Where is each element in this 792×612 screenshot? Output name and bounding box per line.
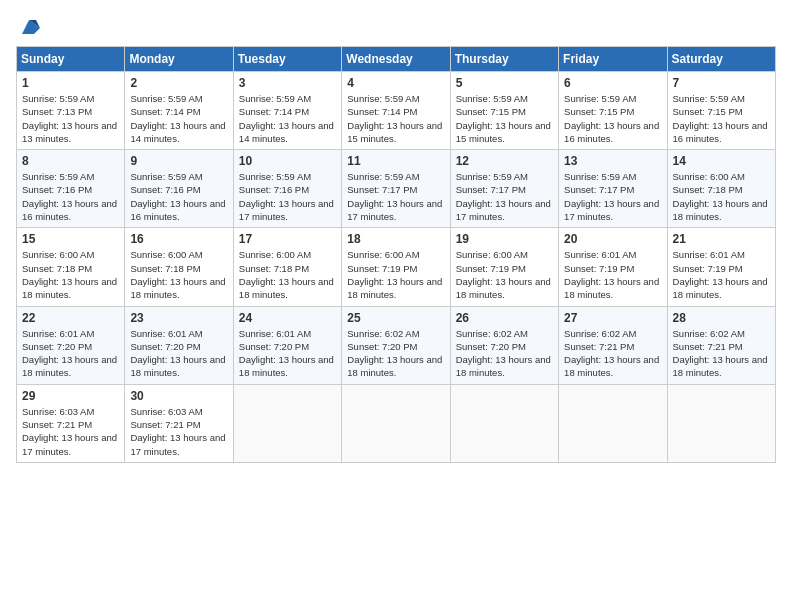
calendar-cell: 27 Sunrise: 6:02 AM Sunset: 7:21 PM Dayl… bbox=[559, 306, 667, 384]
calendar-cell: 19 Sunrise: 6:00 AM Sunset: 7:19 PM Dayl… bbox=[450, 228, 558, 306]
day-info: Sunrise: 5:59 AM Sunset: 7:14 PM Dayligh… bbox=[239, 92, 336, 145]
day-number: 16 bbox=[130, 232, 227, 246]
day-info: Sunrise: 6:01 AM Sunset: 7:20 PM Dayligh… bbox=[22, 327, 119, 380]
calendar-cell: 3 Sunrise: 5:59 AM Sunset: 7:14 PM Dayli… bbox=[233, 72, 341, 150]
day-info: Sunrise: 5:59 AM Sunset: 7:15 PM Dayligh… bbox=[673, 92, 770, 145]
day-number: 27 bbox=[564, 311, 661, 325]
day-info: Sunrise: 6:02 AM Sunset: 7:20 PM Dayligh… bbox=[347, 327, 444, 380]
day-number: 19 bbox=[456, 232, 553, 246]
calendar-cell: 13 Sunrise: 5:59 AM Sunset: 7:17 PM Dayl… bbox=[559, 150, 667, 228]
day-info: Sunrise: 6:03 AM Sunset: 7:21 PM Dayligh… bbox=[22, 405, 119, 458]
day-number: 26 bbox=[456, 311, 553, 325]
day-number: 15 bbox=[22, 232, 119, 246]
day-info: Sunrise: 6:01 AM Sunset: 7:20 PM Dayligh… bbox=[130, 327, 227, 380]
weekday-header-wednesday: Wednesday bbox=[342, 47, 450, 72]
day-number: 28 bbox=[673, 311, 770, 325]
calendar-cell: 26 Sunrise: 6:02 AM Sunset: 7:20 PM Dayl… bbox=[450, 306, 558, 384]
calendar-cell: 20 Sunrise: 6:01 AM Sunset: 7:19 PM Dayl… bbox=[559, 228, 667, 306]
calendar-cell: 5 Sunrise: 5:59 AM Sunset: 7:15 PM Dayli… bbox=[450, 72, 558, 150]
calendar-cell: 22 Sunrise: 6:01 AM Sunset: 7:20 PM Dayl… bbox=[17, 306, 125, 384]
logo-icon bbox=[18, 16, 40, 38]
day-info: Sunrise: 5:59 AM Sunset: 7:16 PM Dayligh… bbox=[22, 170, 119, 223]
calendar-cell: 18 Sunrise: 6:00 AM Sunset: 7:19 PM Dayl… bbox=[342, 228, 450, 306]
day-info: Sunrise: 5:59 AM Sunset: 7:16 PM Dayligh… bbox=[130, 170, 227, 223]
weekday-header-friday: Friday bbox=[559, 47, 667, 72]
calendar-cell: 2 Sunrise: 5:59 AM Sunset: 7:14 PM Dayli… bbox=[125, 72, 233, 150]
calendar-cell: 4 Sunrise: 5:59 AM Sunset: 7:14 PM Dayli… bbox=[342, 72, 450, 150]
day-number: 1 bbox=[22, 76, 119, 90]
day-number: 23 bbox=[130, 311, 227, 325]
weekday-header-tuesday: Tuesday bbox=[233, 47, 341, 72]
calendar-cell bbox=[233, 384, 341, 462]
calendar-cell: 6 Sunrise: 5:59 AM Sunset: 7:15 PM Dayli… bbox=[559, 72, 667, 150]
calendar-cell: 23 Sunrise: 6:01 AM Sunset: 7:20 PM Dayl… bbox=[125, 306, 233, 384]
day-info: Sunrise: 6:02 AM Sunset: 7:20 PM Dayligh… bbox=[456, 327, 553, 380]
day-info: Sunrise: 6:02 AM Sunset: 7:21 PM Dayligh… bbox=[564, 327, 661, 380]
day-number: 22 bbox=[22, 311, 119, 325]
day-info: Sunrise: 5:59 AM Sunset: 7:15 PM Dayligh… bbox=[456, 92, 553, 145]
day-info: Sunrise: 5:59 AM Sunset: 7:16 PM Dayligh… bbox=[239, 170, 336, 223]
calendar-cell: 12 Sunrise: 5:59 AM Sunset: 7:17 PM Dayl… bbox=[450, 150, 558, 228]
day-info: Sunrise: 5:59 AM Sunset: 7:14 PM Dayligh… bbox=[347, 92, 444, 145]
day-number: 24 bbox=[239, 311, 336, 325]
calendar-cell: 9 Sunrise: 5:59 AM Sunset: 7:16 PM Dayli… bbox=[125, 150, 233, 228]
calendar-cell: 29 Sunrise: 6:03 AM Sunset: 7:21 PM Dayl… bbox=[17, 384, 125, 462]
calendar-cell: 14 Sunrise: 6:00 AM Sunset: 7:18 PM Dayl… bbox=[667, 150, 775, 228]
day-info: Sunrise: 6:00 AM Sunset: 7:19 PM Dayligh… bbox=[456, 248, 553, 301]
day-info: Sunrise: 5:59 AM Sunset: 7:17 PM Dayligh… bbox=[564, 170, 661, 223]
day-info: Sunrise: 5:59 AM Sunset: 7:14 PM Dayligh… bbox=[130, 92, 227, 145]
calendar-cell bbox=[342, 384, 450, 462]
logo bbox=[16, 16, 40, 38]
calendar-cell: 17 Sunrise: 6:00 AM Sunset: 7:18 PM Dayl… bbox=[233, 228, 341, 306]
day-info: Sunrise: 6:01 AM Sunset: 7:19 PM Dayligh… bbox=[564, 248, 661, 301]
weekday-header-saturday: Saturday bbox=[667, 47, 775, 72]
day-info: Sunrise: 6:00 AM Sunset: 7:18 PM Dayligh… bbox=[22, 248, 119, 301]
day-info: Sunrise: 6:00 AM Sunset: 7:18 PM Dayligh… bbox=[673, 170, 770, 223]
calendar-cell: 1 Sunrise: 5:59 AM Sunset: 7:13 PM Dayli… bbox=[17, 72, 125, 150]
day-info: Sunrise: 6:01 AM Sunset: 7:20 PM Dayligh… bbox=[239, 327, 336, 380]
calendar-cell bbox=[450, 384, 558, 462]
day-info: Sunrise: 6:03 AM Sunset: 7:21 PM Dayligh… bbox=[130, 405, 227, 458]
day-number: 11 bbox=[347, 154, 444, 168]
day-number: 4 bbox=[347, 76, 444, 90]
day-number: 8 bbox=[22, 154, 119, 168]
day-info: Sunrise: 5:59 AM Sunset: 7:17 PM Dayligh… bbox=[456, 170, 553, 223]
day-info: Sunrise: 6:00 AM Sunset: 7:18 PM Dayligh… bbox=[239, 248, 336, 301]
calendar-cell: 11 Sunrise: 5:59 AM Sunset: 7:17 PM Dayl… bbox=[342, 150, 450, 228]
day-number: 18 bbox=[347, 232, 444, 246]
day-number: 17 bbox=[239, 232, 336, 246]
calendar-cell: 16 Sunrise: 6:00 AM Sunset: 7:18 PM Dayl… bbox=[125, 228, 233, 306]
day-number: 25 bbox=[347, 311, 444, 325]
day-info: Sunrise: 6:02 AM Sunset: 7:21 PM Dayligh… bbox=[673, 327, 770, 380]
day-number: 3 bbox=[239, 76, 336, 90]
calendar-cell bbox=[559, 384, 667, 462]
day-number: 9 bbox=[130, 154, 227, 168]
day-number: 5 bbox=[456, 76, 553, 90]
day-number: 10 bbox=[239, 154, 336, 168]
day-info: Sunrise: 6:01 AM Sunset: 7:19 PM Dayligh… bbox=[673, 248, 770, 301]
calendar-cell: 8 Sunrise: 5:59 AM Sunset: 7:16 PM Dayli… bbox=[17, 150, 125, 228]
weekday-header-sunday: Sunday bbox=[17, 47, 125, 72]
calendar-cell: 21 Sunrise: 6:01 AM Sunset: 7:19 PM Dayl… bbox=[667, 228, 775, 306]
day-info: Sunrise: 5:59 AM Sunset: 7:17 PM Dayligh… bbox=[347, 170, 444, 223]
day-number: 7 bbox=[673, 76, 770, 90]
day-number: 12 bbox=[456, 154, 553, 168]
calendar-cell: 10 Sunrise: 5:59 AM Sunset: 7:16 PM Dayl… bbox=[233, 150, 341, 228]
weekday-header-monday: Monday bbox=[125, 47, 233, 72]
calendar-cell: 7 Sunrise: 5:59 AM Sunset: 7:15 PM Dayli… bbox=[667, 72, 775, 150]
calendar-table: SundayMondayTuesdayWednesdayThursdayFrid… bbox=[16, 46, 776, 463]
day-number: 30 bbox=[130, 389, 227, 403]
day-info: Sunrise: 5:59 AM Sunset: 7:15 PM Dayligh… bbox=[564, 92, 661, 145]
calendar-cell bbox=[667, 384, 775, 462]
day-info: Sunrise: 6:00 AM Sunset: 7:19 PM Dayligh… bbox=[347, 248, 444, 301]
calendar-cell: 28 Sunrise: 6:02 AM Sunset: 7:21 PM Dayl… bbox=[667, 306, 775, 384]
calendar-cell: 25 Sunrise: 6:02 AM Sunset: 7:20 PM Dayl… bbox=[342, 306, 450, 384]
day-number: 2 bbox=[130, 76, 227, 90]
calendar-cell: 15 Sunrise: 6:00 AM Sunset: 7:18 PM Dayl… bbox=[17, 228, 125, 306]
day-info: Sunrise: 6:00 AM Sunset: 7:18 PM Dayligh… bbox=[130, 248, 227, 301]
weekday-header-thursday: Thursday bbox=[450, 47, 558, 72]
calendar-cell: 24 Sunrise: 6:01 AM Sunset: 7:20 PM Dayl… bbox=[233, 306, 341, 384]
header bbox=[16, 16, 776, 38]
day-number: 20 bbox=[564, 232, 661, 246]
day-info: Sunrise: 5:59 AM Sunset: 7:13 PM Dayligh… bbox=[22, 92, 119, 145]
